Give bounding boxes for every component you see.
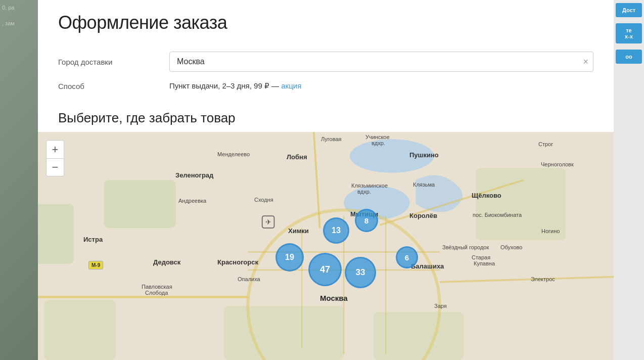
svg-rect-7 xyxy=(374,312,464,360)
form-section: Город доставки × Способ Пункт выдачи, 2–… xyxy=(38,41,614,106)
svg-rect-3 xyxy=(104,180,175,228)
map-container[interactable]: ✈ Луговая Учинское вдхр. Менделеево Лобн… xyxy=(38,132,614,360)
cluster-33[interactable]: 33 xyxy=(345,257,376,288)
product-hint-panel: 0, ра , зам xyxy=(0,0,38,360)
method-row: Способ Пункт выдачи, 2–3 дня, 99 ₽ — акц… xyxy=(58,74,593,98)
city-row: Город доставки × xyxy=(58,50,593,74)
cluster-13[interactable]: 13 xyxy=(323,217,349,244)
modal-title: Оформление заказа xyxy=(58,12,593,33)
sidebar-btn-3[interactable]: оо xyxy=(616,50,642,64)
hint-text-1: 0, ра xyxy=(0,0,38,16)
method-base-text: Пункт выдачи, 2–3 дня, xyxy=(169,81,254,90)
modal-header: Оформление заказа xyxy=(38,0,614,41)
cluster-19[interactable]: 19 xyxy=(275,243,304,272)
zoom-in-button[interactable]: + xyxy=(46,140,64,158)
promo-link[interactable]: акция xyxy=(281,81,301,90)
map-controls: + − xyxy=(46,140,64,176)
svg-rect-5 xyxy=(476,168,566,240)
road-badge-m9: М-9 xyxy=(88,261,103,269)
method-value: Пункт выдачи, 2–3 дня, 99 ₽ — акция xyxy=(169,81,593,91)
sidebar-btn-2[interactable]: тех-х xyxy=(616,23,642,43)
svg-rect-8 xyxy=(44,300,116,360)
cluster-47[interactable]: 47 xyxy=(308,253,342,286)
hint-text-2: , зам xyxy=(0,16,38,31)
pickup-section-title: Выберите, где забрать товар xyxy=(38,106,614,132)
city-field-wrapper: × xyxy=(169,52,593,72)
city-label: Город доставки xyxy=(58,58,169,66)
zoom-out-button[interactable]: − xyxy=(46,158,64,176)
method-dash-text: — xyxy=(269,81,281,90)
cluster-6[interactable]: 6 xyxy=(396,246,418,268)
cluster-8[interactable]: 8 xyxy=(355,209,378,232)
svg-text:✈: ✈ xyxy=(265,218,271,226)
clear-city-button[interactable]: × xyxy=(583,57,588,66)
method-price-text: 99 ₽ xyxy=(254,81,269,90)
svg-rect-4 xyxy=(38,204,74,264)
svg-rect-6 xyxy=(224,306,344,360)
checkout-modal: Оформление заказа Город доставки × Спосо… xyxy=(38,0,614,360)
map-svg: ✈ xyxy=(38,132,614,360)
city-input[interactable] xyxy=(169,52,593,72)
sidebar-right: Дост тех-х оо xyxy=(614,0,644,360)
map-background: ✈ Луговая Учинское вдхр. Менделеево Лобн… xyxy=(38,132,614,360)
city-input-container: × xyxy=(169,52,593,72)
svg-point-1 xyxy=(350,139,434,172)
method-label: Способ xyxy=(58,82,169,91)
sidebar-btn-1[interactable]: Дост xyxy=(616,3,642,17)
